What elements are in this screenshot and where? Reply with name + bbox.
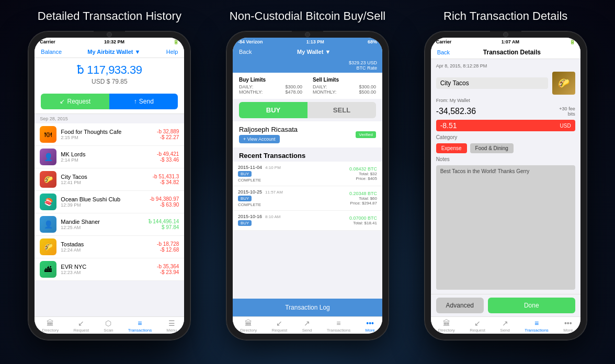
p1-tx-5-amounts: -b 18,728 -$ 12.68 xyxy=(157,241,179,253)
p1-tx-3-name: Ocean Blue Sushi Club xyxy=(61,196,145,202)
p3-send-icon: ↗ xyxy=(502,319,508,327)
p3-nav-transactions[interactable]: ≡ Transactions xyxy=(525,319,549,333)
p3-action-row: Advanced Done xyxy=(431,294,580,316)
p2-view-account-button[interactable]: + View Account xyxy=(239,135,280,143)
p2-user-section: Raljoseph Ricasata + View Account Verifi… xyxy=(233,121,382,147)
p3-nav-request[interactable]: ↙ Request xyxy=(470,319,485,333)
p2-tx-1-status: COMPLETE xyxy=(238,202,345,207)
p1-tx-4-time: 12:25 AM xyxy=(61,225,144,230)
p1-tx-4-info: Mandie Shaner 12:25 AM xyxy=(61,219,144,230)
p1-tx-5-info: Tostadas 12:24 AM xyxy=(61,241,153,253)
p3-nav-directory[interactable]: 🏛 Directory xyxy=(438,319,455,333)
p1-tx-0-time: 2:15 PM xyxy=(61,135,153,140)
p2-sell-limits-title: Sell Limits xyxy=(313,77,376,83)
p2-sell-tab[interactable]: SELL xyxy=(308,102,376,118)
p2-tx-0-left: 2015-11-04 4:10 PM BUY COMPLETE xyxy=(238,165,345,183)
p3-expense-category[interactable]: Expense xyxy=(436,143,467,153)
p1-tx-4[interactable]: 👤 Mandie Shaner 12:25 AM ƀ 144,496.14 $ … xyxy=(35,213,184,236)
p1-request-button[interactable]: ↙ Request xyxy=(41,94,109,109)
phone-1-camera xyxy=(94,31,125,37)
p3-done-button[interactable]: Done xyxy=(488,298,575,313)
p2-limits: Buy Limits DAILY: $300.00 MONTHLY: $478.… xyxy=(233,73,382,99)
p1-nav-request[interactable]: ↙ Request xyxy=(73,319,89,333)
p2-nav-send[interactable]: ↗ Send xyxy=(302,319,312,333)
p2-user-name: Raljoseph Ricasata xyxy=(239,126,298,133)
p2-buy-tab[interactable]: BUY xyxy=(239,102,308,118)
p2-back-button[interactable]: Back xyxy=(239,49,252,55)
title-left: Detailed Transaction History xyxy=(10,9,209,23)
p2-buy-monthly-label: MONTHLY: xyxy=(239,89,263,95)
p1-tx-6[interactable]: 🏙 EVR NYC 12:23 AM -b 35,364 -$ 23.94 xyxy=(35,258,184,281)
p1-nav-balance[interactable]: Balance xyxy=(41,49,62,55)
p2-status-bar: -84 Verizon 1:13 PM 68% xyxy=(233,38,382,46)
p1-nav-scan[interactable]: ⬡ Scan xyxy=(104,319,113,333)
p1-tx-2[interactable]: 🌮 City Tacos 12:41 PM -b 51,431.3 -$ 34.… xyxy=(35,168,184,191)
p2-sell-monthly: MONTHLY: $500.00 xyxy=(313,89,376,95)
p2-nav-request[interactable]: ↙ Request xyxy=(272,319,288,333)
p3-merchant-row: City Tacos 🌮 xyxy=(436,72,575,95)
p3-advanced-button[interactable]: Advanced xyxy=(436,298,484,313)
p1-tx-4-avatar: 👤 xyxy=(40,216,56,233)
p2-tx-0-total: Total: $32 xyxy=(349,172,377,176)
p2-buy-daily-value: $300.00 xyxy=(285,84,302,89)
p3-back-button[interactable]: Back xyxy=(437,49,450,55)
p1-tx-1[interactable]: 👤 MK Lords 2:14 PM -b 49,421 -$ 33.46 xyxy=(35,146,184,168)
p3-request-label: Request xyxy=(470,328,485,333)
p3-time: 1:07 AM xyxy=(502,39,519,44)
p1-tx-3[interactable]: 🍣 Ocean Blue Sushi Club 12:39 PM -b 94,3… xyxy=(35,191,184,213)
p1-transactions-icon: ≡ xyxy=(138,319,142,327)
p3-nav-title: Transaction Details xyxy=(483,49,541,56)
p3-send-label: Send xyxy=(500,328,510,333)
p1-tx-5[interactable]: 🌮 Tostadas 12:24 AM -b 18,728 -$ 12.68 xyxy=(35,236,184,258)
p3-nav-send[interactable]: ↗ Send xyxy=(500,319,510,333)
p1-btc-balance: ƀ 117,933.39 xyxy=(35,63,184,77)
p2-tx-2-date: 2015-10-16 xyxy=(238,214,262,219)
p1-tx-4-name: Mandie Shaner xyxy=(61,219,144,225)
p2-tx-1-badge: BUY xyxy=(238,196,252,201)
p3-carrier: Carrier xyxy=(436,39,452,44)
p2-tx-1[interactable]: 2015-10-25 11:57 AM BUY COMPLETE 0.20348… xyxy=(233,186,382,211)
title-right: Rich Transaction Details xyxy=(406,9,605,23)
p1-tx-2-usd: -$ 34.82 xyxy=(153,179,179,185)
p2-transactions-label: Transactions xyxy=(327,328,351,333)
p2-nav-directory[interactable]: 🏛 Directory xyxy=(240,319,257,333)
p2-header: Back My Wallet ▼ xyxy=(233,46,382,59)
p1-tx-6-btc: -b 35,364 xyxy=(157,264,179,269)
p1-nav-help[interactable]: Help xyxy=(166,49,178,55)
p1-tx-0-usd: -$ 22.27 xyxy=(157,134,179,140)
p3-status-bar: Carrier 1:07 AM 🔋 xyxy=(431,38,580,46)
p1-tx-1-time: 2:14 PM xyxy=(61,157,153,163)
phone-2-screen: -84 Verizon 1:13 PM 68% Back My Wallet ▼… xyxy=(233,38,382,334)
p1-nav-transactions[interactable]: ≡ Transactions xyxy=(128,319,152,333)
p2-sell-daily-value: $300.00 xyxy=(359,84,376,89)
p3-notes-box[interactable]: Best Tacos in the World! Thanks Gerry xyxy=(436,165,575,290)
p2-transaction-log-button[interactable]: Transaction Log xyxy=(233,299,382,316)
p2-battery: 68% xyxy=(368,39,377,44)
p2-send-icon: ↗ xyxy=(304,319,310,327)
p1-tx-2-amounts: -b 51,431.3 -$ 34.82 xyxy=(153,174,179,185)
p2-nav-more[interactable]: ••• More xyxy=(366,319,375,333)
p1-tx-6-name: EVR NYC xyxy=(61,264,153,270)
p2-transactions-icon: ≡ xyxy=(336,319,340,327)
p3-food-category[interactable]: Food & Dining xyxy=(470,143,514,153)
p2-more-label: More xyxy=(366,328,375,333)
p2-tx-0[interactable]: 2015-11-04 4:10 PM BUY COMPLETE 0.08432 … xyxy=(233,162,382,186)
p3-bottom-nav: 🏛 Directory ↙ Request ↗ Send ≡ Transacti… xyxy=(431,316,580,334)
p2-nav-transactions[interactable]: ≡ Transactions xyxy=(327,319,351,333)
p3-content: Apr 8, 2015, 8:12:28 PM City Tacos 🌮 Fro… xyxy=(431,59,580,294)
p1-tx-6-amounts: -b 35,364 -$ 23.94 xyxy=(157,264,179,275)
p1-nav-directory[interactable]: 🏛 Directory xyxy=(42,319,59,333)
p1-send-button[interactable]: ↑ Send xyxy=(109,94,178,109)
phone-1: Carrier 10:32 PM 🔋 Balance My Airbitz Wa… xyxy=(28,31,190,340)
p3-nav-more[interactable]: ••• More xyxy=(563,319,573,333)
p2-tx-2[interactable]: 2015-10-16 8:10 AM BUY 0.07000 BTC Total… xyxy=(233,211,382,231)
p2-buy-daily-label: DAILY: xyxy=(239,84,253,89)
p2-wallet-title[interactable]: My Wallet ▼ xyxy=(297,49,331,55)
p1-tx-0[interactable]: 🍽 Food for Thoughts Cafe 2:15 PM -b 32,8… xyxy=(35,123,184,146)
p1-nav-wallet[interactable]: My Airbitz Wallet ▼ xyxy=(87,49,140,55)
p1-nav-menu[interactable]: ☰ Menu xyxy=(166,319,177,333)
p3-more-icon: ••• xyxy=(564,319,572,327)
phone-3: Carrier 1:07 AM 🔋 Back Transaction Detai… xyxy=(425,31,587,340)
phone-3-screen: Carrier 1:07 AM 🔋 Back Transaction Detai… xyxy=(431,38,580,334)
p3-from: From: My Wallet xyxy=(436,98,575,103)
